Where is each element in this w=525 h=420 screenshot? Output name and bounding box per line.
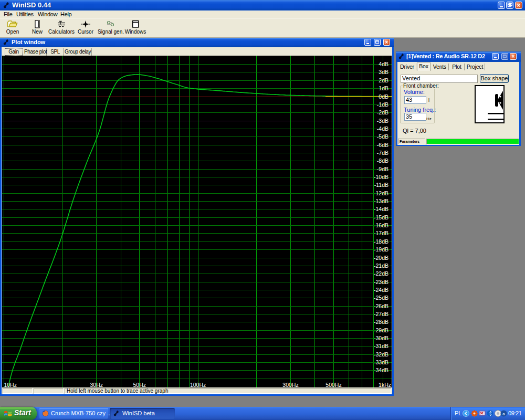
svg-text:-1dB: -1dB — [377, 101, 388, 108]
svg-text:-30dB: -30dB — [374, 335, 388, 341]
svg-text:-5dB: -5dB — [377, 133, 388, 140]
svg-text:-9dB: -9dB — [377, 166, 388, 172]
svg-text:10Hz: 10Hz — [4, 382, 17, 387]
svg-text:a: a — [502, 412, 505, 416]
svg-text:500Hz: 500Hz — [326, 382, 341, 387]
svg-text:-25dB: -25dB — [374, 295, 388, 301]
svg-text:100Hz: 100Hz — [190, 382, 206, 387]
svg-text:0dB: 0dB — [379, 93, 388, 100]
svg-text:-31dB: -31dB — [374, 343, 388, 349]
svg-text:3dB: 3dB — [379, 69, 388, 75]
svg-text:-28dB: -28dB — [374, 319, 388, 325]
svg-text:-33dB: -33dB — [374, 359, 388, 365]
svg-text:1dB: 1dB — [379, 85, 388, 91]
svg-text:-12dB: -12dB — [374, 190, 388, 196]
svg-text:50Hz: 50Hz — [133, 382, 146, 387]
svg-text:-22dB: -22dB — [374, 270, 388, 277]
svg-text:300Hz: 300Hz — [282, 382, 298, 387]
svg-text:-14dB: -14dB — [374, 206, 388, 212]
svg-text:-32dB: -32dB — [374, 351, 388, 358]
svg-text:-13dB: -13dB — [374, 198, 388, 204]
svg-text:-16dB: -16dB — [374, 222, 388, 228]
svg-text:-8dB: -8dB — [377, 158, 388, 164]
svg-text:-26dB: -26dB — [374, 303, 388, 309]
svg-text:-27dB: -27dB — [374, 311, 388, 317]
svg-text:-19dB: -19dB — [374, 246, 388, 253]
svg-text:-29dB: -29dB — [374, 327, 388, 333]
svg-text:2dB: 2dB — [379, 77, 388, 83]
svg-text:-18dB: -18dB — [374, 238, 388, 245]
svg-text:-15dB: -15dB — [374, 214, 388, 220]
svg-text:-21dB: -21dB — [374, 262, 388, 269]
svg-text:30Hz: 30Hz — [90, 382, 103, 387]
svg-text:1kHz: 1kHz — [379, 382, 391, 387]
svg-text:-34dB: -34dB — [374, 367, 388, 373]
svg-text:4dB: 4dB — [379, 61, 388, 67]
svg-text:-23dB: -23dB — [374, 279, 388, 285]
svg-text:-3dB: -3dB — [377, 118, 388, 124]
svg-text:-6dB: -6dB — [377, 142, 388, 148]
svg-text:-20dB: -20dB — [374, 255, 388, 261]
svg-text:-24dB: -24dB — [374, 287, 388, 293]
svg-text:-10dB: -10dB — [374, 174, 388, 180]
svg-text:-4dB: -4dB — [377, 125, 388, 132]
svg-text:-11dB: -11dB — [374, 182, 388, 188]
svg-text:-17dB: -17dB — [374, 230, 388, 236]
svg-text:-2dB: -2dB — [377, 109, 388, 116]
svg-text:-7dB: -7dB — [377, 150, 388, 156]
